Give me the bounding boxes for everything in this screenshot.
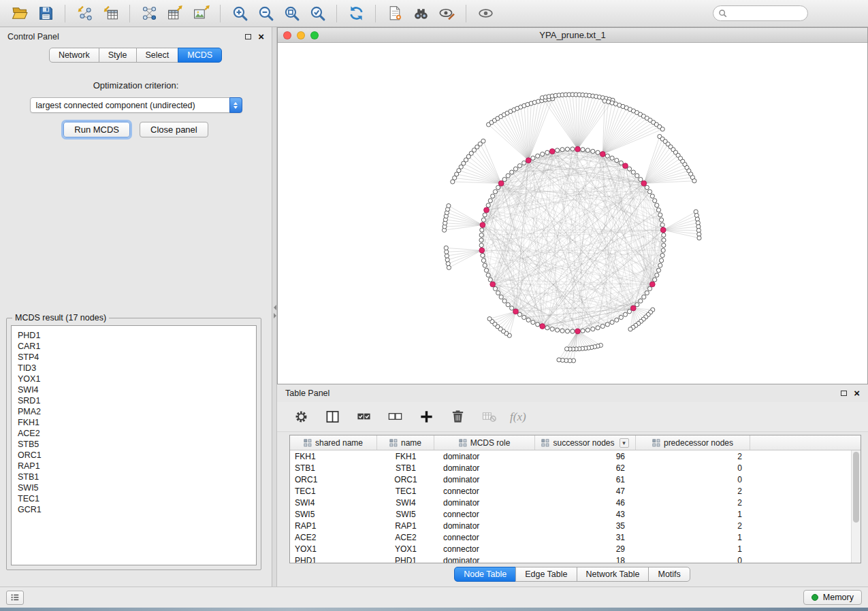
table-row[interactable]: YOX1YOX1connector291 — [290, 543, 851, 555]
optimization-criterion-label: Optimization criterion: — [0, 80, 272, 90]
column-header-MCDS-role[interactable]: MCDS role — [434, 435, 535, 450]
result-node-item[interactable]: SWI5 — [18, 482, 250, 493]
result-node-item[interactable]: ACE2 — [18, 428, 250, 439]
table-row[interactable]: ORC1ORC1dominator610 — [290, 474, 851, 485]
table-row[interactable]: ACE2ACE2connector311 — [290, 531, 851, 543]
close-window-icon[interactable] — [283, 31, 291, 39]
optimization-criterion-dropdown[interactable]: largest connected component (undirected) — [30, 97, 242, 113]
export-image-button[interactable] — [188, 3, 214, 24]
table-scrollbar-thumb[interactable] — [853, 452, 859, 523]
tab-select[interactable]: Select — [136, 48, 179, 63]
result-node-item[interactable]: GCR1 — [18, 504, 250, 515]
show-hide-button[interactable] — [472, 3, 498, 24]
network-titlebar[interactable]: YPA_prune.txt_1 — [278, 28, 867, 43]
result-node-item[interactable]: PMA2 — [18, 406, 250, 417]
table-cell: 43 — [535, 510, 636, 519]
zoom-fit-button[interactable] — [278, 3, 304, 24]
table-row[interactable]: STB1STB1dominator620 — [290, 462, 851, 474]
column-type-icon — [304, 439, 312, 447]
result-node-item[interactable]: SRD1 — [18, 395, 250, 406]
table-cell: ACE2 — [290, 533, 377, 542]
sort-indicator-icon[interactable]: ▾ — [620, 438, 629, 448]
tab-motifs[interactable]: Motifs — [648, 567, 690, 582]
column-header-shared-name[interactable]: shared name — [290, 435, 377, 450]
splitter-collapse-icons[interactable] — [272, 305, 277, 318]
table-cell: YOX1 — [377, 544, 434, 554]
share-network-button[interactable] — [136, 3, 162, 24]
tab-edge-table[interactable]: Edge Table — [515, 567, 577, 582]
import-table-icon — [102, 5, 119, 22]
close-table-panel-icon[interactable]: × — [854, 390, 860, 397]
columns-button[interactable] — [322, 407, 342, 427]
search-input[interactable] — [713, 5, 808, 21]
table-row[interactable]: TEC1TEC1connector472 — [290, 485, 851, 497]
save-button[interactable] — [33, 3, 59, 24]
table-cell: STB1 — [377, 463, 434, 473]
table-row[interactable]: SWI5SWI5connector431 — [290, 508, 851, 520]
tab-network-table[interactable]: Network Table — [577, 567, 649, 582]
export-document-button[interactable] — [382, 3, 408, 24]
maximize-window-icon[interactable] — [310, 31, 319, 39]
table-cell: 0 — [636, 463, 750, 473]
table-cell: connector — [434, 533, 535, 542]
import-table-button[interactable] — [97, 3, 123, 24]
result-node-item[interactable]: YOX1 — [18, 374, 250, 384]
open-folder-button[interactable] — [7, 3, 33, 24]
run-mcds-button[interactable]: Run MCDS — [63, 122, 130, 137]
result-node-item[interactable]: TEC1 — [18, 493, 250, 504]
result-node-item[interactable]: CAR1 — [18, 341, 250, 352]
result-node-item[interactable]: FKH1 — [18, 417, 250, 428]
tab-node-table[interactable]: Node Table — [454, 567, 516, 582]
table-scrollbar[interactable] — [851, 450, 861, 563]
table-cell: RAP1 — [290, 521, 377, 531]
table-row[interactable]: FKH1FKH1dominator962 — [290, 450, 851, 462]
result-node-item[interactable]: TID3 — [18, 363, 250, 374]
panel-menu-button[interactable] — [6, 591, 24, 605]
result-node-item[interactable]: PHD1 — [18, 330, 250, 341]
column-header-name[interactable]: name — [377, 435, 434, 450]
result-node-item[interactable]: STB1 — [18, 472, 250, 482]
close-panel-icon[interactable]: × — [258, 33, 264, 40]
table-row[interactable]: SWI4SWI4dominator462 — [290, 497, 851, 508]
delete-row-button[interactable] — [447, 407, 468, 427]
zoom-in-button[interactable] — [227, 3, 253, 24]
deselect-all-button[interactable] — [385, 407, 405, 427]
close-panel-button[interactable]: Close panel — [140, 122, 208, 137]
find-button[interactable] — [408, 3, 434, 24]
node-table: shared namenameMCDS rolesuccessor nodes▾… — [289, 435, 861, 563]
table-cell: FKH1 — [290, 452, 377, 461]
select-all-button[interactable] — [353, 407, 374, 427]
table-row[interactable]: RAP1RAP1dominator352 — [290, 520, 851, 531]
zoom-selected-button[interactable] — [304, 3, 330, 24]
tab-style[interactable]: Style — [99, 48, 137, 63]
dropdown-stepper-icon — [229, 97, 242, 113]
result-node-item[interactable]: SWI4 — [18, 384, 250, 395]
refresh-button[interactable] — [343, 3, 369, 24]
table-cell: STB1 — [290, 463, 377, 473]
status-bar: Memory — [0, 587, 868, 608]
float-table-panel-icon[interactable] — [841, 391, 847, 396]
column-header-predecessor-nodes[interactable]: predecessor nodes — [636, 435, 750, 450]
column-type-icon — [652, 439, 660, 447]
zoom-out-button[interactable] — [253, 3, 278, 24]
add-row-button[interactable] — [416, 407, 436, 427]
table-row[interactable]: PHD1PHD1dominator180 — [290, 555, 851, 563]
minimize-window-icon[interactable] — [297, 31, 305, 39]
result-node-item[interactable]: RAP1 — [18, 461, 250, 472]
import-network-button[interactable] — [71, 3, 97, 24]
tab-mcds[interactable]: MCDS — [178, 48, 222, 63]
column-header-successor-nodes[interactable]: successor nodes▾ — [535, 435, 636, 450]
expand-right-icon[interactable] — [274, 313, 276, 318]
result-node-item[interactable]: STP4 — [18, 352, 250, 363]
result-node-item[interactable]: ORC1 — [18, 450, 250, 461]
settings-button[interactable] — [291, 407, 311, 427]
result-node-item[interactable]: STB5 — [18, 439, 250, 450]
filter-button[interactable] — [434, 3, 460, 24]
memory-button[interactable]: Memory — [803, 590, 862, 605]
panel-splitter[interactable] — [272, 27, 277, 587]
tab-network[interactable]: Network — [49, 48, 99, 63]
collapse-left-icon[interactable] — [274, 305, 276, 310]
float-panel-icon[interactable] — [245, 34, 251, 39]
network-canvas[interactable] — [278, 43, 867, 384]
export-table-button[interactable] — [162, 3, 188, 24]
